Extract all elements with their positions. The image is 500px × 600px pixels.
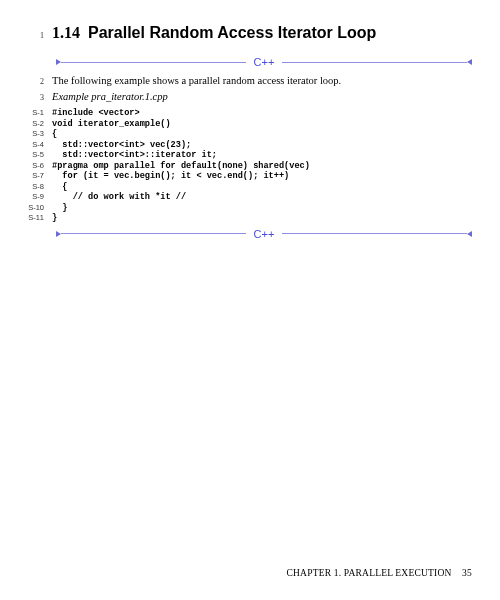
divider-line: [61, 62, 246, 63]
code-text: }: [52, 213, 57, 223]
code-line-number: S-11: [22, 213, 52, 222]
code-line: S-9 // do work with *it //: [22, 192, 472, 202]
code-line-number: S-9: [22, 192, 52, 201]
code-text: }: [52, 203, 67, 213]
code-line: S-5 std::vector<int>::iterator it;: [22, 150, 472, 160]
code-text: #include <vector>: [52, 108, 140, 118]
intro-paragraph: 2 The following example shows a parallel…: [22, 74, 472, 88]
code-line-number: S-7: [22, 171, 52, 180]
margin-line-number: 3: [22, 93, 44, 102]
code-line-number: S-3: [22, 129, 52, 138]
divider-line: [61, 233, 246, 234]
code-listing: S-1 #include <vector> S-2 void iterator_…: [22, 108, 472, 223]
code-line: S-6 #pragma omp parallel for default(non…: [22, 161, 472, 171]
code-text: #pragma omp parallel for default(none) s…: [52, 161, 310, 171]
code-line: S-10 }: [22, 203, 472, 213]
code-text: void iterator_example(): [52, 119, 171, 129]
code-line: S-11 }: [22, 213, 472, 223]
language-label: C++: [246, 228, 283, 240]
code-text: std::vector<int> vec(23);: [52, 140, 191, 150]
section-number: 1.14: [52, 24, 80, 42]
margin-line-number: 2: [22, 77, 44, 86]
code-line-number: S-2: [22, 119, 52, 128]
code-line-number: S-4: [22, 140, 52, 149]
language-divider-top: C++: [56, 56, 472, 68]
code-text: std::vector<int>::iterator it;: [52, 150, 217, 160]
language-label: C++: [246, 56, 283, 68]
section-title: Parallel Random Access Iterator Loop: [88, 24, 376, 42]
divider-line: [282, 62, 467, 63]
footer-chapter: CHAPTER 1. PARALLEL EXECUTION: [287, 568, 452, 578]
code-line-number: S-1: [22, 108, 52, 117]
code-line: S-8 {: [22, 182, 472, 192]
code-line: S-4 std::vector<int> vec(23);: [22, 140, 472, 150]
page-footer: CHAPTER 1. PARALLEL EXECUTION 35: [287, 568, 473, 578]
code-text: {: [52, 182, 67, 192]
code-text: for (it = vec.begin(); it < vec.end(); i…: [52, 171, 289, 181]
intro-text: The following example shows a parallel r…: [52, 74, 341, 88]
code-text: // do work with *it //: [52, 192, 186, 202]
code-line-number: S-5: [22, 150, 52, 159]
page-number: 35: [462, 568, 472, 578]
divider-line: [282, 233, 467, 234]
example-caption: Example pra_iterator.1.cpp: [52, 90, 168, 104]
divider-arrow-icon: [467, 59, 472, 65]
example-caption-row: 3 Example pra_iterator.1.cpp: [22, 90, 472, 104]
margin-line-number: 1: [22, 31, 44, 40]
section-heading: 1 1.14 Parallel Random Access Iterator L…: [22, 24, 472, 42]
page: 1 1.14 Parallel Random Access Iterator L…: [0, 0, 500, 268]
code-line: S-1 #include <vector>: [22, 108, 472, 118]
code-line: S-3 {: [22, 129, 472, 139]
language-divider-bottom: C++: [56, 228, 472, 240]
code-line: S-7 for (it = vec.begin(); it < vec.end(…: [22, 171, 472, 181]
code-line-number: S-10: [22, 203, 52, 212]
code-text: {: [52, 129, 57, 139]
code-line-number: S-6: [22, 161, 52, 170]
code-line: S-2 void iterator_example(): [22, 119, 472, 129]
code-line-number: S-8: [22, 182, 52, 191]
divider-arrow-icon: [467, 231, 472, 237]
